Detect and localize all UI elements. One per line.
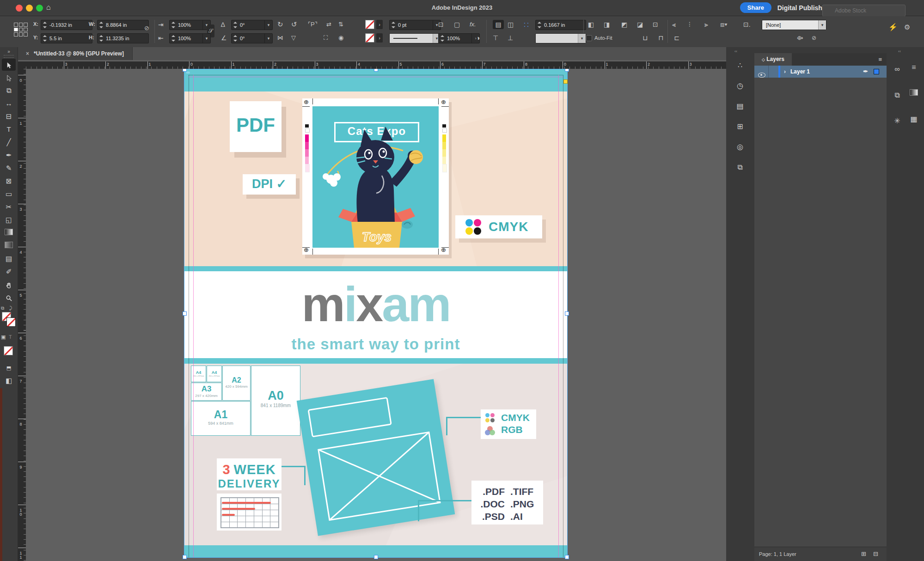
fill-frame-icon[interactable]: ◧: [588, 20, 594, 29]
new-layer-icon[interactable]: ⊞: [861, 547, 866, 561]
corner-options-icon[interactable]: ⊡: [438, 20, 444, 29]
selection-handle[interactable]: [183, 555, 187, 559]
select-content-icon[interactable]: ◉: [338, 33, 343, 43]
settings-gear-icon[interactable]: ⚙: [904, 23, 910, 32]
pasteboard[interactable]: PDF DPI ✓ ⊕ ⊕ ⊕ ⊕: [26, 69, 726, 561]
content-collector-tool[interactable]: ⊟: [2, 110, 16, 122]
align-right-icon[interactable]: ⫸: [704, 20, 708, 29]
hand-tool[interactable]: [2, 279, 16, 291]
stock-search[interactable]: [832, 2, 915, 14]
stroke-color-swatch[interactable]: [6, 317, 16, 327]
swatch-flyout-icon[interactable]: ›: [376, 20, 383, 29]
margin-guide[interactable]: [558, 75, 559, 557]
autofit-checkbox[interactable]: [586, 35, 592, 41]
stepper-icon[interactable]: [43, 22, 47, 28]
selection-handle[interactable]: [374, 69, 378, 72]
w-field[interactable]: 8.8864 in: [97, 20, 149, 30]
stroke-style-preview[interactable]: ▾: [535, 33, 586, 43]
fit-frame-to-content-icon[interactable]: ◩: [621, 20, 627, 29]
expand-panel-icon[interactable]: »: [0, 47, 18, 54]
note-tool[interactable]: ▤: [2, 253, 16, 265]
layer-visibility-icon[interactable]: [758, 69, 765, 81]
gradient-panel-icon[interactable]: [907, 87, 920, 100]
collapse-dock-icon[interactable]: ‹‹: [734, 49, 737, 54]
free-transform-tool[interactable]: ◱: [2, 214, 16, 226]
layer-selection-proxy[interactable]: [874, 69, 879, 74]
gradient-feather-tool[interactable]: [2, 240, 16, 252]
text-wrap-icon[interactable]: ◫: [508, 20, 514, 29]
corner-adjust-handle[interactable]: [563, 79, 568, 84]
layer-name[interactable]: Layer 1: [790, 66, 810, 78]
flip-vertical-icon[interactable]: ⇅: [338, 20, 343, 29]
stroke-swatch-none[interactable]: [365, 33, 374, 43]
stroke-flyout-icon[interactable]: ›: [376, 33, 383, 43]
gpu-performance-icon[interactable]: ⚡: [888, 23, 898, 32]
opacity-field[interactable]: 100%›: [438, 33, 480, 43]
formatting-affects-text-icon[interactable]: T: [9, 332, 12, 341]
y-field[interactable]: 5.5 in: [41, 33, 92, 43]
selection-tool[interactable]: [2, 59, 16, 71]
margin-guide[interactable]: [193, 75, 194, 557]
distribute-left-icon[interactable]: ⊔: [643, 33, 648, 43]
color-panel-icon[interactable]: ∴: [734, 59, 747, 72]
pen-tool[interactable]: ✒: [2, 149, 16, 161]
rotate-cw-icon[interactable]: ↻: [277, 20, 283, 29]
panel-menu-icon[interactable]: ≡: [878, 56, 882, 63]
frame-grid-icon[interactable]: ⧈▾: [720, 20, 728, 29]
clear-overrides-icon[interactable]: ⊘: [812, 33, 816, 43]
stock-search-input[interactable]: [822, 5, 906, 17]
paragraph-styles-panel-icon[interactable]: ▤: [734, 100, 747, 113]
h-field[interactable]: 11.3235 in: [97, 33, 149, 43]
gap-tool[interactable]: ↔: [2, 98, 16, 110]
apply-none-button[interactable]: [4, 346, 13, 355]
selection-handle[interactable]: [565, 311, 569, 316]
scale-x-field[interactable]: 100%▾: [169, 20, 211, 30]
center-content-icon[interactable]: ◪: [637, 20, 643, 29]
line-tool[interactable]: ╱: [2, 136, 16, 148]
x-field[interactable]: -0.1932 in: [41, 20, 92, 30]
pages-panel-icon[interactable]: ⊞: [734, 120, 747, 133]
flip-both-icon[interactable]: ⋈: [277, 33, 283, 43]
flip-item-icon[interactable]: ▽: [291, 33, 296, 43]
wrap-offset-field[interactable]: 0.1667 in: [535, 20, 586, 30]
style-override-icon[interactable]: ⟴: [797, 33, 803, 43]
align-bottom-icon[interactable]: ⊥: [508, 33, 513, 43]
gradient-swatch-tool[interactable]: [2, 227, 16, 239]
fill-swatch-none[interactable]: [365, 20, 374, 29]
rotate-ccw-icon[interactable]: ↺: [291, 20, 297, 29]
stroke-type-dropdown[interactable]: ▾: [389, 33, 441, 43]
stroke-weight-field[interactable]: 0 pt▾: [389, 20, 441, 30]
delete-layer-icon[interactable]: ⊟: [873, 547, 878, 561]
flip-horizontal-icon[interactable]: ⇄: [326, 20, 331, 29]
formatting-affects-container-icon[interactable]: ▣: [1, 332, 6, 341]
distribute-right-icon[interactable]: ⊏: [674, 33, 679, 43]
link-panel-icon[interactable]: ∞: [891, 63, 904, 76]
direct-selection-tool[interactable]: [2, 72, 16, 84]
no-text-wrap-icon[interactable]: ▤: [493, 20, 504, 29]
effects-icon[interactable]: fx.: [470, 20, 476, 29]
align-top-icon[interactable]: ⊤: [493, 33, 498, 43]
vertical-ruler[interactable]: 01234567891 01 1: [18, 69, 26, 561]
layers-shortcut-icon[interactable]: ⧉: [734, 161, 747, 174]
panel-collapse-icon[interactable]: ◇: [762, 57, 765, 62]
selection-handle[interactable]: [565, 69, 569, 72]
selection-handle[interactable]: [374, 555, 378, 559]
panel-grip[interactable]: [4, 55, 14, 58]
rotation-field[interactable]: 0°▾: [231, 33, 273, 43]
swap-swatches-icon[interactable]: ⤸: [9, 304, 12, 313]
ruler-origin-corner[interactable]: [18, 61, 26, 69]
blend-effects-icon[interactable]: ◑: [476, 33, 480, 43]
default-swatches-icon[interactable]: ⧉: [1, 304, 4, 313]
reference-point-proxy[interactable]: [14, 23, 28, 37]
share-button[interactable]: Share: [740, 2, 771, 13]
layers-panel-tab[interactable]: ◇ Layers: [754, 53, 792, 66]
type-tool[interactable]: T: [2, 123, 16, 135]
align-left-icon[interactable]: ⫷: [672, 20, 676, 29]
swatches-panel-icon[interactable]: ≡: [907, 61, 920, 74]
zoom-tool[interactable]: [2, 292, 16, 304]
constrain-proportions-icon[interactable]: ⊘: [144, 24, 149, 33]
frame-tool[interactable]: ⊠: [2, 175, 16, 187]
layer-row-layer-1[interactable]: › Layer 1 ✒: [754, 66, 887, 78]
document-tab[interactable]: ×*Untitled-33 @ 80% [GPU Preview]: [18, 47, 133, 60]
view-options-icon[interactable]: ⬒: [2, 362, 16, 374]
